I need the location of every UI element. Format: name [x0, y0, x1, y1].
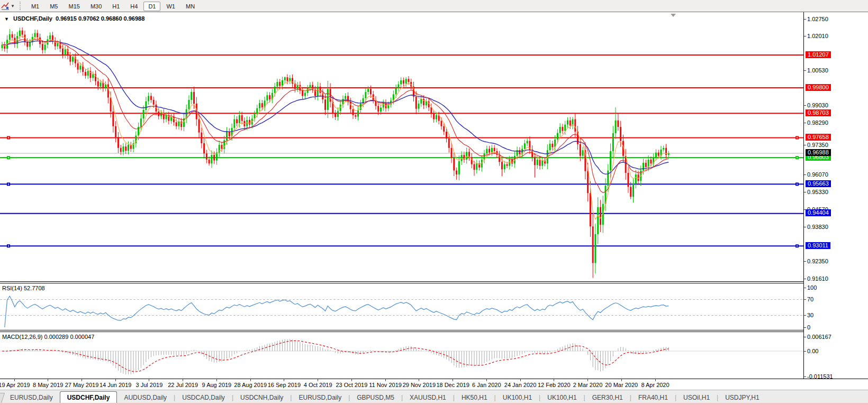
macd-axis-label: 0.00 [807, 348, 818, 354]
date-axis-label: 12 Feb 2020 [538, 382, 571, 388]
ohlc-low-value: 0.96860 [101, 15, 122, 22]
date-axis-tick [216, 379, 217, 381]
date-axis-tick [554, 379, 554, 381]
timeframe-button-H1[interactable]: H1 [107, 2, 124, 11]
date-axis-tick [419, 379, 419, 381]
level-price-label: 0.99800 [806, 84, 831, 91]
chart-tab-XAUUSD-H1[interactable]: XAUUSD,H1 [403, 392, 453, 403]
price-axis[interactable]: 1.027501.020101.005300.990300.982900.973… [803, 12, 868, 379]
date-axis-label: 18 Dec 2019 [436, 382, 469, 388]
chart-header: ▼ USDCHF,Daily 0.96915 0.97062 0.96860 0… [4, 15, 144, 22]
date-axis-tick [587, 379, 588, 381]
date-axis-tick [318, 379, 318, 381]
timeframe-button-M1[interactable]: M1 [26, 2, 44, 11]
date-axis-label: 8 Apr 2020 [641, 382, 669, 388]
axis-tick [804, 70, 806, 71]
chart-tab-USDCHF-Daily[interactable]: USDCHF,Daily [60, 391, 117, 404]
date-axis-label: 22 Jul 2019 [168, 382, 198, 388]
level-price-label: 0.93011 [806, 242, 830, 249]
date-axis-tick [115, 379, 116, 381]
price-axis-label: 1.00530 [807, 67, 828, 73]
date-axis-label: 19 Apr 2019 [0, 382, 30, 388]
chart-tab-EURUSD-Daily[interactable]: EURUSD,Daily [3, 392, 60, 403]
axis-tick [804, 261, 806, 262]
chevron-down-icon[interactable]: ▼ [11, 4, 15, 8]
level-price-label: 0.98703 [806, 109, 831, 116]
price-axis-label: 0.97350 [807, 142, 828, 148]
price-axis-label: 0.96070 [807, 171, 828, 178]
axis-tick [804, 145, 806, 145]
axis-tick [804, 351, 806, 352]
timeframe-button-MN[interactable]: MN [181, 2, 200, 11]
date-axis-label: 20 Mar 2020 [605, 382, 638, 388]
current-price-label: 0.96988 [806, 149, 831, 156]
main-price-chart[interactable] [0, 13, 803, 281]
level-price-label: 0.94404 [806, 209, 831, 216]
chart-tab-USOil-H1[interactable]: USOil,H1 [676, 392, 717, 403]
ohlc-high-value: 0.97062 [78, 15, 100, 22]
bottom-status-strip [0, 403, 868, 405]
chart-tab-USDCNH-Daily[interactable]: USDCNH,Daily [233, 392, 290, 403]
indicators-icon[interactable] [1, 2, 10, 10]
level-price-label: 0.97658 [806, 134, 831, 141]
date-axis-label: 29 Nov 2019 [403, 382, 436, 388]
date-axis-tick [351, 379, 352, 381]
timeframe-button-M5[interactable]: M5 [45, 2, 62, 11]
level-price-label: 0.95663 [806, 180, 831, 187]
axis-tick [804, 123, 806, 123]
toolbar-grip-handle[interactable] [20, 2, 23, 10]
level-price-label: 1.01207 [806, 51, 831, 58]
price-axis-label: 0.91610 [807, 275, 828, 282]
axis-tick [804, 227, 806, 227]
date-axis-label: 24 Jan 2020 [504, 382, 537, 388]
date-axis-label: 11 Nov 2019 [369, 382, 402, 388]
date-axis-tick [453, 379, 453, 381]
chart-tab-UK100-H1[interactable]: UK100,H1 [540, 392, 583, 403]
chart-tab-UK100-H1[interactable]: UK100,H1 [496, 392, 539, 403]
date-axis-tick [82, 379, 82, 381]
date-axis-tick [149, 379, 149, 381]
timeframe-button-D1[interactable]: D1 [143, 2, 160, 11]
chart-tab-EURUSD-Daily[interactable]: EURUSD,Daily [292, 392, 348, 403]
chart-tab-USDJPY-H1[interactable]: USDJPY,H1 [718, 392, 766, 403]
price-axis-label: 1.02010 [807, 33, 828, 39]
chart-tab-AUDUSD-Daily[interactable]: AUDUSD,Daily [117, 392, 174, 403]
date-axis-label: 27 May 2019 [65, 382, 99, 388]
chart-window: ▼ USDCHF,Daily 0.96915 0.97062 0.96860 0… [0, 12, 868, 390]
rsi-axis-label: 70 [807, 296, 813, 302]
timeframe-buttons: M1M5M15M30H1H4D1W1MN [26, 1, 200, 11]
date-axis-label: 3 Jul 2019 [136, 382, 163, 388]
chart-symbol-label: USDCHF,Daily [13, 15, 52, 22]
date-axis-label: 14 Jun 2019 [100, 382, 132, 388]
price-axis-label: 0.92350 [807, 258, 828, 264]
chart-tab-GER30-H1[interactable]: GER30,H1 [585, 392, 630, 403]
ohlc-close-value: 0.96988 [124, 15, 145, 22]
timeframe-button-M15[interactable]: M15 [64, 2, 84, 11]
axis-tick [804, 315, 806, 316]
price-axis-label: 0.98290 [807, 119, 828, 126]
date-axis-tick [385, 379, 386, 381]
timeframe-button-W1[interactable]: W1 [161, 2, 180, 11]
chart-tab-FRA40-H1[interactable]: FRA40,H1 [631, 392, 675, 403]
date-axis-tick [250, 379, 251, 381]
date-axis[interactable]: 19 Apr 20198 May 201927 May 201914 Jun 2… [0, 379, 868, 391]
collapse-triangle-icon[interactable]: ▼ [4, 16, 9, 22]
chart-tab-USDCAD-Daily[interactable]: USDCAD,Daily [175, 392, 232, 403]
chart-tab-GBPUSD-M5[interactable]: GBPUSD,M5 [350, 392, 401, 403]
timeframe-toolbar: ▼ M1M5M15M30H1H4D1W1MN [0, 0, 868, 12]
date-axis-label: 16 Sep 2019 [268, 382, 301, 388]
date-axis-label: 28 Aug 2019 [234, 382, 267, 388]
date-axis-tick [48, 379, 48, 381]
macd-indicator-chart[interactable] [0, 332, 803, 379]
timeframe-button-H4[interactable]: H4 [125, 2, 142, 11]
axis-tick [804, 337, 806, 337]
timeframe-button-M30[interactable]: M30 [86, 2, 106, 11]
chart-tab-HK50-H1[interactable]: HK50,H1 [455, 392, 494, 403]
axis-tick [804, 174, 806, 175]
axis-tick [804, 105, 806, 106]
date-axis-tick [284, 379, 284, 381]
rsi-axis-label: 30 [807, 312, 813, 318]
axis-tick [804, 19, 806, 20]
rsi-indicator-chart[interactable] [0, 283, 803, 330]
date-axis-tick [520, 379, 521, 381]
